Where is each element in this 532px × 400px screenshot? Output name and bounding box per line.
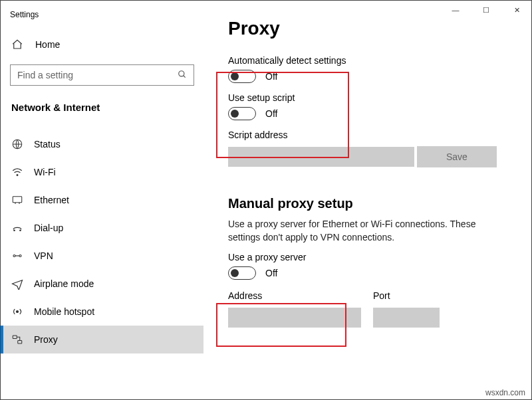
home-icon <box>11 39 23 50</box>
window-title: Settings <box>10 10 39 19</box>
svg-point-8 <box>19 255 21 257</box>
svg-rect-4 <box>13 197 22 203</box>
close-button[interactable]: ✕ <box>501 0 532 20</box>
main-content: Proxy Automatically detect settings Off … <box>204 1 531 399</box>
sidebar-item-ethernet[interactable]: Ethernet <box>1 186 203 214</box>
sidebar-item-label: Wi-Fi <box>34 167 56 177</box>
sidebar-item-label: VPN <box>34 250 53 261</box>
manual-body: Use a proxy server for Ethernet or Wi-Fi… <box>228 218 507 244</box>
auto-detect-toggle[interactable] <box>228 70 256 83</box>
save-button[interactable]: Save <box>417 146 497 167</box>
use-proxy-state: Off <box>265 268 277 278</box>
wifi-icon <box>11 166 23 178</box>
setup-script-label: Use setup script <box>228 92 507 103</box>
proxy-icon <box>11 334 23 346</box>
svg-line-1 <box>184 75 186 77</box>
sidebar-item-label: Proxy <box>34 334 58 345</box>
setup-script-toggle[interactable] <box>228 107 256 120</box>
watermark: wsxdn.com <box>485 388 525 397</box>
sidebar-item-proxy[interactable]: Proxy <box>1 326 203 353</box>
sidebar-item-airplane[interactable]: Airplane mode <box>1 270 203 298</box>
script-address-label: Script address <box>228 130 507 140</box>
svg-rect-11 <box>18 341 22 344</box>
minimize-button[interactable]: — <box>440 0 471 20</box>
svg-point-9 <box>17 311 19 313</box>
sidebar-item-hotspot[interactable]: Mobile hotspot <box>1 298 203 326</box>
page-title: Proxy <box>228 18 507 39</box>
auto-detect-label: Automatically detect settings <box>228 55 507 66</box>
sidebar-item-home[interactable]: Home <box>1 31 203 58</box>
use-proxy-toggle[interactable] <box>228 266 256 280</box>
sidebar-item-label: Mobile hotspot <box>34 306 94 317</box>
port-label: Port <box>373 290 440 301</box>
manual-heading: Manual proxy setup <box>228 196 507 211</box>
search-icon <box>178 70 187 81</box>
sidebar-home-label: Home <box>35 39 60 50</box>
sidebar-item-label: Ethernet <box>34 195 69 205</box>
svg-rect-10 <box>13 336 17 339</box>
ethernet-icon <box>11 194 23 206</box>
hotspot-icon <box>11 306 23 318</box>
svg-point-7 <box>13 255 15 257</box>
sidebar: Settings Home Network & Internet <box>1 1 204 399</box>
sidebar-item-wifi[interactable]: Wi-Fi <box>1 158 203 186</box>
search-field[interactable] <box>17 70 178 80</box>
dialup-icon <box>11 222 23 234</box>
globe-icon <box>11 138 23 150</box>
maximize-button[interactable]: ☐ <box>471 0 501 20</box>
vpn-icon <box>11 250 23 262</box>
search-input[interactable] <box>10 64 194 86</box>
sidebar-item-dialup[interactable]: Dial-up <box>1 214 203 242</box>
sidebar-item-label: Dial-up <box>34 223 63 233</box>
address-input[interactable] <box>228 308 361 328</box>
sidebar-item-status[interactable]: Status <box>1 130 203 158</box>
svg-point-6 <box>20 230 21 231</box>
use-proxy-label: Use a proxy server <box>228 252 507 262</box>
airplane-icon <box>11 278 23 290</box>
svg-point-3 <box>17 175 18 176</box>
sidebar-category: Network & Internet <box>1 91 203 118</box>
port-input[interactable] <box>373 308 440 328</box>
svg-point-0 <box>179 70 184 76</box>
svg-point-5 <box>14 230 15 231</box>
sidebar-item-label: Status <box>34 139 61 150</box>
sidebar-item-label: Airplane mode <box>34 278 94 289</box>
auto-detect-state: Off <box>265 71 277 82</box>
setup-script-state: Off <box>265 108 277 119</box>
sidebar-item-vpn[interactable]: VPN <box>1 242 203 270</box>
script-address-input[interactable] <box>228 147 414 167</box>
address-label: Address <box>228 290 361 301</box>
